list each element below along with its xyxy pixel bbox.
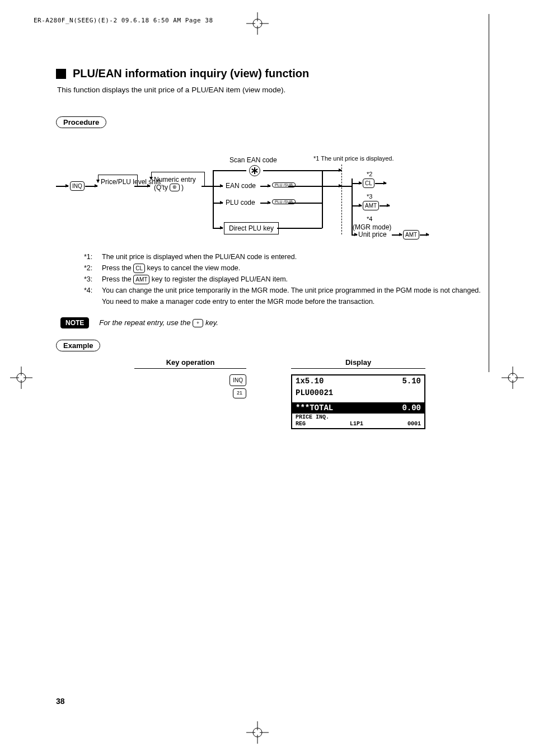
key-operation-head: Key operation [134,358,246,369]
procedure-diagram: INQ Price/PLU level shift Numeric entry … [56,139,489,240]
inq-keycap: INQ [70,181,85,191]
scan-ean-label: Scan EAN code [229,156,277,164]
footnote-4: *4: You can change the unit price tempor… [84,285,489,307]
crop-mark-left [10,367,32,389]
display-head: Display [291,358,425,369]
amt-keycap-note: AMT [133,275,149,284]
crop-mark-top [246,12,269,35]
ean-code-label: EAN code [226,182,256,190]
footnotes: *1: The unit price is displayed when the… [84,251,489,307]
procedure-label: Procedure [56,116,106,128]
star2: *2 [367,171,372,177]
section-title-text: PLU/EAN information inquiry (view) funct… [73,67,309,80]
page-number: 38 [56,697,65,706]
footnote-3: *3: Press the AMT key to register the di… [84,274,489,285]
star3: *3 [367,193,372,200]
numeric-entry: Numeric entry (Q'ty ⊗ ) [154,176,196,191]
crop-mark-bottom [246,721,269,744]
cl-keycap-note: CL [133,264,145,273]
display-column: Display 1x5.10 5.10 PLU00021 ***TOTAL 0.… [291,358,425,431]
unit-price-label: Unit price [358,231,387,238]
crop-mark-right [502,367,524,389]
star1: *1 The unit price is displayed. [313,155,394,162]
footnote-2: *2: Press the CL keys to cancel the view… [84,262,489,274]
footnote-1: *1: The unit price is displayed when the… [84,251,489,262]
plu-sub-keycap: PLU /SUB [272,182,296,187]
example-key-inq: INQ [229,374,246,386]
plu-sub-keycap-2: PLU /SUB [272,199,296,204]
cl-keycap: CL [363,179,374,188]
otimes-keycap: ⊗ [170,184,180,191]
numeric-entry-text: Numeric entry [154,176,196,184]
plus-keycap: + [193,319,203,328]
example-key-21: 21 [233,388,246,398]
key-operation-column: Key operation INQ 21 [134,358,246,431]
direct-plu-key: Direct PLU key [224,222,279,234]
intro-text: This function displays the unit price of… [57,86,489,94]
lcd-display-1: 1x5.10 5.10 PLU00021 ***TOTAL 0.00 PRICE… [291,374,425,429]
print-header: ER-A280F_N(SEEG)(E)-2 09.6.18 6:50 AM Pa… [34,17,213,24]
section-title: PLU/EAN information inquiry (view) funct… [56,67,489,80]
note-line: NOTE For the repeat entry, use the + key… [60,317,489,328]
amt-keycap: AMT [363,201,379,210]
plu-code-label: PLU code [226,199,255,206]
section-bullet-icon [56,69,66,79]
mgr-mode-label: (MGR mode) [353,223,391,231]
note-badge: NOTE [60,317,89,328]
scan-icon [249,165,260,178]
star4: *4 [367,215,372,222]
example-label: Example [56,340,100,351]
amt-keycap-2: AMT [403,230,419,240]
